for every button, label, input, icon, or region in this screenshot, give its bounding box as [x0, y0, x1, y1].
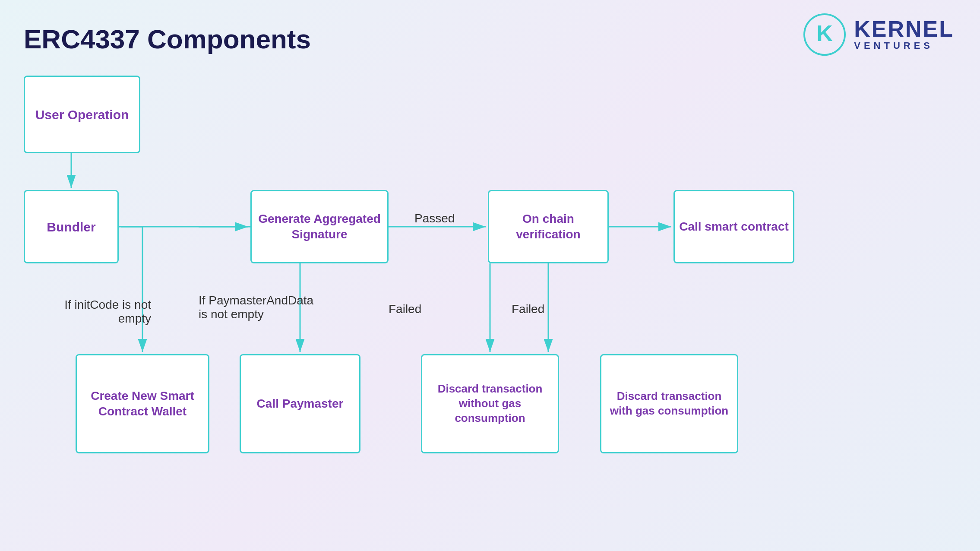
flowchart-arrows — [0, 0, 980, 551]
on-chain-verification-box: On chain verification — [488, 190, 609, 263]
logo-ventures-text: VENTURES — [854, 40, 954, 51]
logo: K KERNEL VENTURES — [803, 13, 954, 56]
if-paymaster-label: If PaymasterAndData is not empty — [199, 294, 315, 321]
logo-kernel-text: KERNEL — [854, 18, 954, 40]
call-paymaster-box: Call Paymaster — [240, 354, 360, 453]
page-title: ERC4337 Components — [24, 24, 311, 54]
logo-text: KERNEL VENTURES — [854, 18, 954, 51]
create-new-smart-contract-box: Create New Smart Contract Wallet — [76, 354, 209, 453]
discard-no-gas-box: Discard transaction without gas consumpt… — [421, 354, 559, 453]
passed-label: Passed — [414, 212, 455, 225]
if-initcode-label: If initCode is not empty — [43, 298, 151, 326]
failed-label-2: Failed — [512, 302, 544, 316]
svg-text:K: K — [816, 21, 833, 46]
kernel-logo-icon: K — [803, 13, 846, 56]
discard-with-gas-box: Discard transaction with gas consumption — [600, 354, 738, 453]
generate-aggregated-box: Generate Aggregated Signature — [250, 190, 389, 263]
user-operation-box: User Operation — [24, 76, 140, 153]
failed-label-1: Failed — [389, 302, 421, 316]
call-smart-contract-box: Call smart contract — [673, 190, 794, 263]
bundler-box: Bundler — [24, 190, 119, 263]
